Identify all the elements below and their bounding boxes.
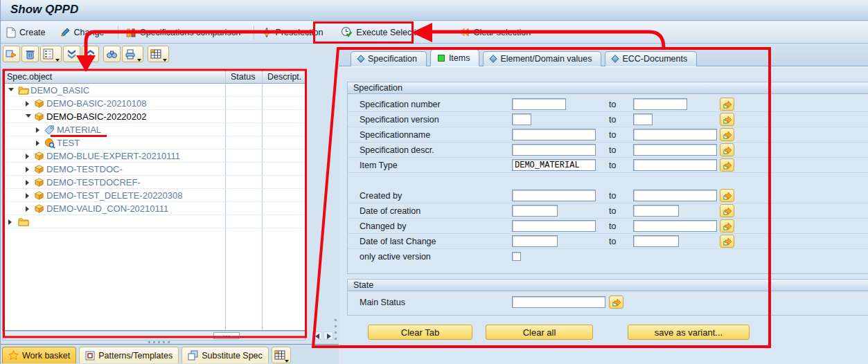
expander-collapsed-icon[interactable] <box>26 180 29 185</box>
multiple-selection-button[interactable] <box>720 113 734 126</box>
date-of-last-change-to-input[interactable] <box>633 235 679 247</box>
specificationname-input[interactable] <box>512 129 596 140</box>
multiple-selection-button[interactable] <box>720 143 734 156</box>
specification-descr-to-input[interactable] <box>633 144 717 156</box>
tab-work-basket[interactable]: Work basket <box>2 347 76 363</box>
tab-items[interactable]: Items <box>430 49 480 66</box>
expander-collapsed-icon[interactable] <box>26 193 29 199</box>
clear-tab-button[interactable]: Clear Tab <box>368 325 472 340</box>
created-by-input[interactable] <box>512 190 596 201</box>
tree-row[interactable]: DEMO-TESTDOC- <box>3 163 305 176</box>
tree-row[interactable]: DEMO-BLUE-EXPERT-20210111 <box>3 149 305 163</box>
tree-row[interactable]: DEMO-VALID_CON-20210111 <box>3 202 305 215</box>
tree-row[interactable]: MATERIAL <box>3 123 305 136</box>
splitter-right-arrow-button[interactable] <box>324 331 333 340</box>
expander-collapsed-icon[interactable] <box>8 219 12 225</box>
multiple-selection-button[interactable] <box>720 235 734 248</box>
only-active-version-checkbox[interactable] <box>512 252 521 261</box>
layout-button[interactable] <box>148 46 169 62</box>
date-of-creation-input[interactable] <box>512 205 558 217</box>
column-descript[interactable]: Descript. <box>267 72 301 82</box>
tree-row[interactable]: TEST <box>3 136 305 149</box>
changed-by-input[interactable] <box>512 220 596 232</box>
specificationname-to-input[interactable] <box>633 129 717 140</box>
title-bar: Show QPPD <box>1 0 868 21</box>
multiple-selection-button[interactable] <box>720 158 734 172</box>
tree-row[interactable]: DEMO-TESTDOCREF- <box>3 176 305 189</box>
tree-grid-header: Spec.object Status Descript. <box>3 70 305 84</box>
diamond-icon <box>612 55 619 62</box>
form-row: Date of last Change to <box>348 234 868 249</box>
tree-row[interactable]: DEMO-TEST_DELETE-20220308 <box>3 189 305 202</box>
date-of-creation-to-input[interactable] <box>633 205 679 217</box>
form-row: Item Type to <box>348 158 868 173</box>
multiple-selection-button[interactable] <box>609 295 623 309</box>
expander-collapsed-icon[interactable] <box>36 127 39 133</box>
tree-row[interactable] <box>3 215 305 228</box>
tab-element-domain-values[interactable]: Element/Domain values <box>483 51 601 66</box>
execute-selection-button[interactable]: Execute Selection <box>341 26 425 38</box>
specification-version-input[interactable] <box>512 113 531 125</box>
clear-selection-button[interactable]: Clear selection <box>459 27 531 37</box>
created-by-to-input[interactable] <box>633 190 717 201</box>
multiple-selection-button[interactable] <box>720 98 734 111</box>
tab-substitute-spec[interactable]: Substitute Spec <box>181 347 269 363</box>
create-button[interactable]: Create <box>6 27 46 38</box>
print-button[interactable] <box>122 46 143 62</box>
legend-button[interactable] <box>40 46 62 62</box>
expander-expanded-icon[interactable] <box>8 88 14 91</box>
specification-number-to-input[interactable] <box>633 98 687 110</box>
create-icon <box>6 27 16 38</box>
column-spec-object[interactable]: Spec.object <box>7 72 52 82</box>
page-title: Show QPPD <box>10 3 78 17</box>
dropdown-arrow-icon <box>163 59 167 62</box>
tree-toolbar <box>3 46 170 62</box>
date-of-last-change-input[interactable] <box>512 235 558 247</box>
tree-row[interactable]: DEMO-BASIC-20210108 <box>3 97 305 110</box>
tab-ecc-documents[interactable]: ECC-Documents <box>605 51 697 66</box>
collapse-all-button[interactable] <box>82 46 99 62</box>
multiple-selection-button[interactable] <box>720 204 734 217</box>
layout-grid-icon <box>150 48 162 60</box>
preselection-button[interactable]: Preselection <box>261 27 324 38</box>
expander-collapsed-icon[interactable] <box>26 206 29 212</box>
item-type-input[interactable] <box>512 159 596 171</box>
change-button[interactable]: Change <box>60 27 105 38</box>
splitter-left-arrow-button[interactable] <box>312 331 322 340</box>
column-status[interactable]: Status <box>231 72 255 82</box>
multi-select-arrow-icon <box>723 100 732 109</box>
bottom-layout-button[interactable] <box>272 347 291 363</box>
clear-selection-icon <box>459 27 470 37</box>
item-type-to-input[interactable] <box>633 159 717 171</box>
expander-collapsed-icon[interactable] <box>26 167 29 172</box>
specifications-comparison-button[interactable]: Specifications comparison <box>125 27 240 38</box>
expand-all-button[interactable] <box>63 46 80 62</box>
changed-by-to-input[interactable] <box>633 220 717 232</box>
tree-row[interactable]: DEMO-BASIC-20220202 <box>3 110 305 123</box>
scrollbar-thumb[interactable] <box>213 332 240 339</box>
expander-expanded-icon[interactable] <box>26 114 31 118</box>
dropdown-arrow-icon <box>55 59 60 62</box>
multiple-selection-button[interactable] <box>720 189 734 202</box>
expander-collapsed-icon[interactable] <box>26 154 29 159</box>
specification-descr-input[interactable] <box>512 144 596 156</box>
clear-all-button[interactable]: Clear all <box>486 325 593 340</box>
tab-patterns-templates[interactable]: Patterns/Templates <box>79 347 179 363</box>
form-row-spacer <box>348 173 868 188</box>
transfer-button[interactable] <box>3 46 20 62</box>
multiple-selection-button[interactable] <box>720 128 734 141</box>
horizontal-splitter-handle[interactable] <box>148 341 172 343</box>
main-status-input[interactable] <box>512 296 605 308</box>
find-button[interactable] <box>103 46 121 62</box>
specification-version-to-input[interactable] <box>633 113 653 125</box>
multiple-selection-button[interactable] <box>720 219 734 233</box>
delete-button[interactable] <box>21 46 39 62</box>
expander-collapsed-icon[interactable] <box>36 140 39 146</box>
specification-number-input[interactable] <box>512 98 566 110</box>
tree-row[interactable]: DEMO_BASIC <box>3 84 305 97</box>
save-as-variant-button[interactable]: save as variant... <box>628 325 750 340</box>
expander-collapsed-icon[interactable] <box>26 101 29 107</box>
tree-horizontal-scrollbar[interactable] <box>2 331 305 340</box>
tab-specification[interactable]: Specification <box>351 51 427 66</box>
multi-select-arrow-icon <box>723 161 732 170</box>
